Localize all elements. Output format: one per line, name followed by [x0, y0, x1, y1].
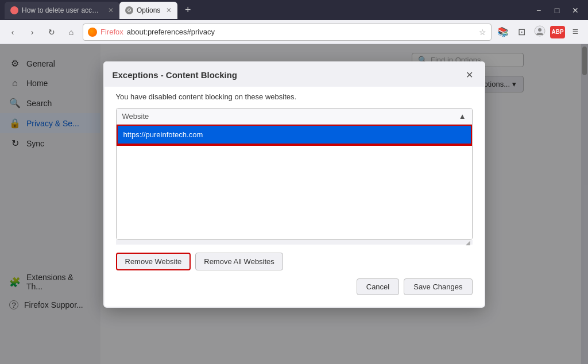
back-button[interactable]: ‹ [5, 24, 21, 40]
browser-navbar: ‹ › ↻ ⌂ Firefox about:preferences#privac… [0, 20, 588, 44]
refresh-button[interactable]: ↻ [44, 24, 60, 40]
bookmarks-button[interactable]: 📚 [495, 24, 511, 40]
maximize-button[interactable]: □ [549, 4, 565, 17]
adblock-badge[interactable]: ABP [550, 26, 565, 38]
synced-tabs-icon: ⊡ [518, 26, 525, 37]
dialog-description: You have disabled content blocking on th… [116, 92, 473, 101]
menu-icon: ≡ [572, 26, 579, 38]
modal-overlay: Exceptions - Content Blocking ✕ You have… [0, 44, 588, 364]
resize-icon: ◢ [466, 239, 470, 246]
website-url: https://pureinfotech.com [123, 130, 203, 139]
remove-website-button[interactable]: Remove Website [116, 253, 191, 270]
bookmark-star-icon[interactable]: ☆ [479, 28, 486, 37]
dialog-close-button[interactable]: ✕ [463, 68, 476, 81]
minimize-button[interactable]: − [531, 4, 547, 17]
close-button[interactable]: ✕ [567, 4, 583, 17]
tab-inactive[interactable]: How to delete user account o... ✕ [5, 2, 119, 19]
synced-tabs-button[interactable]: ⊡ [513, 24, 529, 40]
menu-button[interactable]: ≡ [567, 24, 583, 40]
exceptions-dialog: Exceptions - Content Blocking ✕ You have… [103, 61, 485, 308]
dialog-body: You have disabled content blocking on th… [105, 87, 484, 307]
forward-button[interactable]: › [24, 24, 40, 40]
website-list-item[interactable]: https://pureinfotech.com [117, 125, 472, 145]
new-tab-button[interactable]: + [180, 2, 196, 18]
tab-active-label: Options [137, 6, 160, 14]
firefox-logo-icon [88, 28, 97, 37]
bookmarks-icon: 📚 [497, 26, 509, 37]
dialog-titlebar: Exceptions - Content Blocking ✕ [103, 61, 485, 87]
website-column-header[interactable]: Website ▲ [117, 109, 472, 125]
window-controls: − □ ✕ [531, 4, 583, 17]
save-changes-button[interactable]: Save Changes [404, 278, 472, 295]
tab-active[interactable]: ⚙ Options ✕ [119, 2, 177, 19]
address-bar[interactable]: Firefox about:preferences#privacy ☆ [83, 24, 492, 41]
toolbar-icons: 📚 ⊡ ABP ≡ [495, 24, 583, 40]
tab-active-close[interactable]: ✕ [166, 6, 172, 14]
dialog-title: Exceptions - Content Blocking [113, 70, 238, 80]
address-brand: Firefox [100, 28, 123, 36]
browser-titlebar: How to delete user account o... ✕ ⚙ Opti… [0, 0, 588, 20]
remove-all-websites-button[interactable]: Remove All Websites [195, 253, 283, 270]
resize-handle[interactable]: ◢ [116, 240, 473, 245]
dialog-actions-row1: Remove Website Remove All Websites [116, 253, 473, 270]
tab-inactive-label: How to delete user account o... [22, 6, 102, 14]
account-button[interactable] [532, 24, 548, 40]
website-list-container: Website ▲ https://pureinfotech.com [116, 108, 473, 240]
dialog-footer: Cancel Save Changes [116, 278, 473, 295]
main-area: ⚙ General ⌂ Home 🔍 Search 🔒 Privacy & Se… [0, 44, 588, 364]
website-header-label: Website [122, 112, 149, 121]
home-button[interactable]: ⌂ [63, 24, 79, 40]
sort-chevron-icon: ▲ [459, 112, 466, 121]
tab-inactive-close[interactable]: ✕ [108, 6, 114, 14]
cancel-button[interactable]: Cancel [357, 278, 399, 295]
address-text[interactable]: about:preferences#privacy [127, 28, 475, 36]
website-list[interactable]: https://pureinfotech.com [117, 125, 472, 239]
account-icon [534, 25, 546, 38]
svg-point-1 [538, 28, 541, 32]
